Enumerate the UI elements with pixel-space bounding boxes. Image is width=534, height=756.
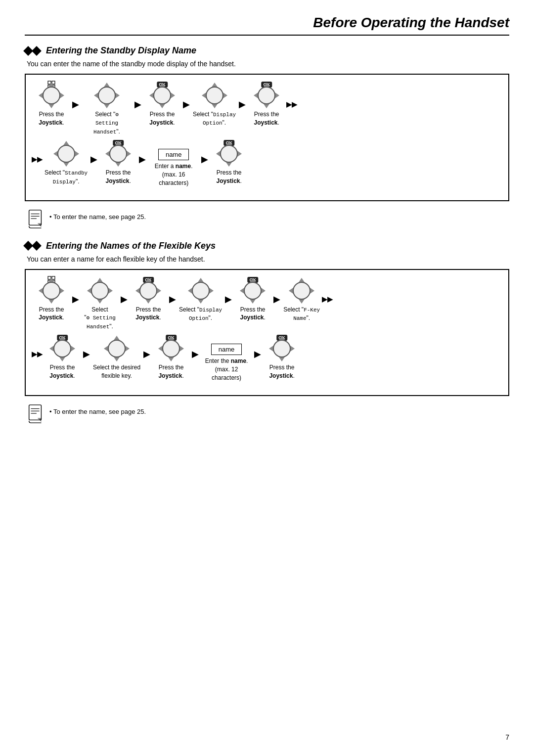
step-s1-r2-3: name Enter a name.(max. 16 characters)	[147, 141, 200, 187]
joy-center	[109, 145, 127, 163]
joy-right	[237, 151, 242, 157]
joy-center	[53, 340, 71, 357]
step-s2-r2-3: OK Press theJoystick.	[151, 336, 191, 380]
svg-rect-4	[29, 210, 42, 224]
joy-right	[310, 288, 314, 294]
joy-down	[63, 162, 69, 167]
step-s2-r1-3: OK Press theJoystick.	[129, 278, 168, 322]
step-s2-r1-4: Select "DisplayOption".	[177, 278, 224, 323]
joystick-icon: OK	[216, 141, 242, 167]
joy-center	[206, 87, 223, 104]
joy-center	[293, 282, 311, 300]
joy-down	[145, 299, 151, 304]
joy-center	[162, 340, 180, 357]
joy-down	[250, 299, 256, 304]
joy-right	[115, 92, 120, 98]
arrow: ▶	[169, 294, 176, 314]
continue-arrow: ▶▶	[32, 350, 43, 368]
joy-down	[115, 162, 121, 167]
joystick-icon: OK	[105, 141, 131, 167]
joy-down	[97, 299, 103, 304]
name-input-display-2: name	[211, 344, 242, 355]
section2-instruction-box: Press theJoystick. ▶ Select"⚙ SettingHan…	[25, 269, 509, 396]
joy-center	[108, 340, 126, 357]
arrow: ▶	[134, 99, 141, 120]
note-icon-2	[27, 404, 44, 424]
step-s2-r1-5: OK Press theJoystick.	[233, 278, 272, 322]
joy-center	[220, 145, 238, 163]
joy-down	[114, 357, 120, 361]
joy-right	[127, 151, 131, 157]
joy-down	[104, 104, 110, 108]
name-input-display: name	[158, 149, 189, 160]
joy-center	[192, 282, 210, 300]
arrow: ▶	[183, 99, 190, 120]
step-label: Select "F-KeyName".	[283, 306, 320, 323]
step-s2-r2-4: name Enter the name.(max. 12 characters)	[200, 336, 253, 382]
joy-right	[171, 92, 175, 98]
step-label: Press theJoystick.	[135, 306, 161, 322]
section2-note: • To enter the name, see page 25.	[27, 404, 509, 424]
step-s2-r1-1: Press theJoystick.	[32, 278, 71, 322]
step-label: Enter the name.(max. 12 characters)	[202, 357, 251, 382]
arrow: ▶	[192, 349, 199, 369]
section2-heading: Entering the Names of the Flexible Keys	[25, 241, 509, 251]
step-s2-r1-6: Select "F-KeyName".	[281, 278, 322, 323]
section1-instruction-box: Press theJoystick. ▶ Select "⚙ SettingHa…	[25, 74, 509, 201]
joystick-icon	[188, 278, 214, 304]
page-number: 7	[505, 733, 509, 741]
joy-right	[209, 288, 214, 294]
arrow: ▶	[273, 294, 280, 314]
joy-down	[212, 104, 218, 108]
section1-note-text: • To enter the name, see page 25.	[49, 209, 146, 221]
joystick-icon	[289, 278, 314, 304]
joystick-icon: OK	[254, 83, 279, 108]
step-label: Press theJoystick.	[39, 110, 64, 127]
step-label: Press theJoystick.	[149, 110, 175, 127]
step-s1-r2-1: Select "StandbyDisplay".	[43, 141, 89, 186]
section2-note-text: • To enter the name, see page 25.	[49, 404, 146, 415]
joystick-icon	[39, 278, 64, 304]
continue-arrow: ▶▶	[286, 100, 297, 118]
section1-row1: Press theJoystick. ▶ Select "⚙ SettingHa…	[32, 83, 502, 136]
step-label: Select "DisplayOption".	[179, 306, 222, 323]
joy-down	[279, 357, 285, 361]
joy-down	[59, 357, 65, 361]
step-s1-r1-4: Select "DisplayOption".	[191, 83, 238, 128]
joystick-icon	[87, 278, 113, 304]
step-label: Press theJoystick.	[39, 306, 64, 322]
joy-down	[264, 104, 269, 108]
joy-center	[91, 282, 109, 300]
step-label: Press theJoystick.	[269, 363, 294, 380]
step-s1-r1-2: Select "⚙ SettingHandset".	[80, 83, 134, 136]
step-label: Press theJoystick.	[254, 110, 279, 127]
joy-down	[168, 357, 174, 361]
arrow: ▶	[139, 154, 146, 175]
step-label: Press theJoystick.	[240, 306, 265, 322]
step-label: Select "DisplayOption".	[193, 110, 236, 128]
joy-center	[98, 87, 116, 104]
joy-down	[198, 299, 204, 304]
section2-row1: Press theJoystick. ▶ Select"⚙ SettingHan…	[32, 278, 502, 331]
step-label: Press theJoystick.	[158, 363, 183, 380]
joy-right	[71, 346, 75, 352]
joy-right	[275, 92, 279, 98]
section1-row2: ▶▶ Select "StandbyDisplay". ▶ OK	[32, 141, 502, 187]
arrow: ▶	[72, 99, 79, 120]
arrow: ▶	[201, 154, 208, 175]
arrow: ▶	[239, 99, 246, 120]
joystick-icon: OK	[149, 83, 175, 108]
arrow: ▶	[121, 294, 128, 314]
joy-center	[57, 145, 75, 163]
joy-right	[290, 346, 295, 352]
arrow: ▶	[72, 294, 79, 314]
joy-center	[273, 340, 291, 357]
step-s2-r1-2: Select"⚙ SettingHandset".	[80, 278, 120, 331]
step-s2-r2-2: Select the desiredflexible key.	[91, 336, 142, 380]
step-label: Select "⚙ SettingHandset".	[82, 110, 132, 136]
joy-right	[75, 151, 79, 157]
joy-center	[43, 87, 60, 104]
joy-down	[159, 104, 165, 108]
joy-down	[299, 299, 305, 304]
arrow: ▶	[90, 154, 97, 175]
